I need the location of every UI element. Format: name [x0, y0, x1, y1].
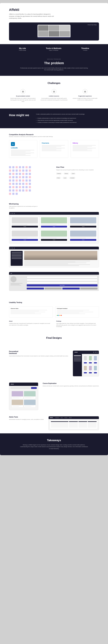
admin-body: [49, 419, 99, 430]
flow-step-2: Browse: [64, 173, 69, 174]
analysis-cards: in LinkedIn Coursera: [9, 140, 99, 158]
card-content-coursera: [42, 145, 66, 151]
dm-card-img-5: [89, 366, 92, 370]
hmw-bullets: Enable professionals to share their well…: [36, 117, 99, 124]
dot-orange: [59, 315, 60, 316]
problem-tag: Design Problem: [9, 58, 99, 60]
dm-course-card-4: [83, 365, 88, 374]
wireframe-nav-1: [9, 212, 99, 215]
usability-section: Usability Testing Observer Notes Partici…: [0, 297, 108, 332]
challenge-title-1: No personalized content: [9, 96, 37, 97]
dm-enroll-btn-3[interactable]: [94, 362, 97, 364]
wf-btn-2[interactable]: Enroll: [41, 226, 67, 228]
admin-label: Admin Tools: [9, 416, 44, 418]
admin-nav-reports[interactable]: Reports: [68, 417, 72, 418]
dm-grid: [83, 355, 98, 364]
hmw-desc: Create a dedicated platform for professi…: [36, 113, 99, 115]
stat-tools: Tools & Methods Figma, UX Methods: [46, 47, 61, 51]
wf-btn-5[interactable]: Enroll: [41, 239, 67, 241]
profile-avatar: [10, 276, 16, 282]
hmw-bullet-3: Create an inclusive community of mental …: [36, 122, 99, 124]
cm-card-4: [24, 400, 36, 408]
profile-left: [10, 276, 25, 290]
dm-enroll-btn-2[interactable]: [89, 362, 92, 364]
admin-nav-users[interactable]: Users: [60, 417, 63, 418]
hero-section: Affekti Affekti is a mood-friendly. It's…: [0, 3, 108, 44]
dm-sidebar-item-2[interactable]: [74, 356, 81, 357]
dashboard-desc: A personalized dashboard that recommends…: [9, 355, 68, 357]
dm-enroll-btn-5[interactable]: [89, 372, 92, 374]
cm-card-2: [24, 391, 36, 399]
admin-nav-courses[interactable]: Courses: [64, 417, 68, 418]
usability-title: Usability Testing: [9, 302, 99, 303]
wf-btn-6[interactable]: Enroll: [70, 239, 96, 241]
problem-section: Design Problem The problem Professionals…: [0, 54, 108, 76]
hmw-right: Create a dedicated platform for professi…: [36, 113, 99, 124]
admin-tr-3: [51, 424, 97, 425]
wf-btn-4[interactable]: Enroll: [12, 239, 38, 241]
profile-field-1[interactable]: [27, 276, 98, 278]
cm-img-4: [24, 400, 35, 405]
challenges-grid: ◎ No personalized content Mental health …: [9, 89, 99, 102]
dashboard-left: PersonalizedDashboard A personalized das…: [9, 350, 68, 357]
usability-card-2: Participant Feedback: [55, 306, 99, 318]
analysis-desc: Research conducted to understand current…: [9, 136, 99, 137]
takeaways-text: Working on Affekti taught me the importa…: [19, 444, 89, 450]
dm-sidebar-item-4[interactable]: [74, 359, 81, 360]
dm-card-img-4: [84, 366, 87, 370]
cm-img-3: [12, 400, 23, 405]
flow-step-5: Learn: [63, 177, 67, 179]
dashboard-right: affekti: [73, 350, 99, 376]
hmw-bullet-2: Help learners access and find appropriat…: [36, 119, 99, 122]
cm-img-1: [12, 391, 23, 396]
admin-right: affekti Dashboard Users Courses Reports: [49, 416, 99, 430]
wf-sidebar: [11, 251, 23, 266]
dashboard-section: PersonalizedDashboard A personalized das…: [0, 348, 108, 380]
stat-role: My role Product Design: [19, 47, 26, 51]
dm-card-img-2: [89, 356, 92, 360]
stat-role-label: Product Design: [19, 50, 26, 51]
dm-card-img-6: [94, 366, 97, 370]
card-content-linkedin: [11, 150, 35, 156]
dm-enroll-btn-6[interactable]: [94, 372, 97, 374]
stat-timeline: Timeline 3 months: [81, 47, 89, 51]
wf-btn-3[interactable]: Enroll: [70, 226, 96, 228]
wf-main: [24, 251, 97, 266]
dm-enroll-btn-4[interactable]: [84, 372, 87, 374]
profile-form: Save Profile: [27, 276, 98, 290]
dm-sidebar-item-3[interactable]: [74, 358, 81, 358]
profile-field-2[interactable]: [27, 279, 98, 281]
profile-submit-button[interactable]: Save Profile: [27, 284, 98, 286]
wf-btn-1[interactable]: Enroll: [12, 226, 38, 228]
dm-card-img-1: [84, 356, 87, 360]
brand-logo: Affekti: [9, 8, 99, 12]
hmw-bullet-1: Enable professionals to share their well…: [36, 117, 99, 119]
wf-text-lines: [24, 261, 97, 266]
admin-tr-4: [51, 425, 97, 426]
cm-card-3: [11, 400, 23, 408]
profile-field-3[interactable]: [27, 282, 98, 284]
usability-card-title-2: Participant Feedback: [57, 308, 97, 309]
stat-role-value: My role: [19, 47, 26, 50]
course-right: Course Exploration Browse and discover m…: [43, 382, 99, 387]
admin-nav-dashboard[interactable]: Dashboard: [54, 417, 59, 418]
course-mockup-grid: [10, 390, 37, 409]
view-case-study-link[interactable]: ↗ About Case Study: [87, 24, 97, 26]
dm-header: affekti: [73, 351, 99, 354]
takeaways-title: Takeaways: [9, 439, 99, 442]
laptop-mockup: [38, 25, 70, 38]
challenge-desc-3: Learners struggle with finding cohesive …: [71, 98, 99, 101]
flow-step-3: Enroll: [71, 173, 75, 174]
profile-nav: [9, 272, 99, 275]
analysis-card-coursera: Coursera: [40, 140, 68, 158]
admin-tr-6: [51, 427, 97, 428]
dm-sidebar-item-5[interactable]: [74, 360, 81, 361]
dm-course-card-2: [88, 355, 93, 364]
challenge-item-3: ◎ Fragmented experience Learners struggl…: [71, 89, 99, 102]
admin-left: Admin Tools Administrative interface for…: [9, 416, 44, 420]
admin-tools-section: Admin Tools Administrative interface for…: [0, 413, 108, 433]
dm-sidebar: [73, 354, 82, 376]
dm-sidebar-item-1[interactable]: [74, 355, 81, 356]
dm-enroll-btn-1[interactable]: [84, 362, 87, 364]
course-exploration-section: affekti: [0, 380, 108, 413]
